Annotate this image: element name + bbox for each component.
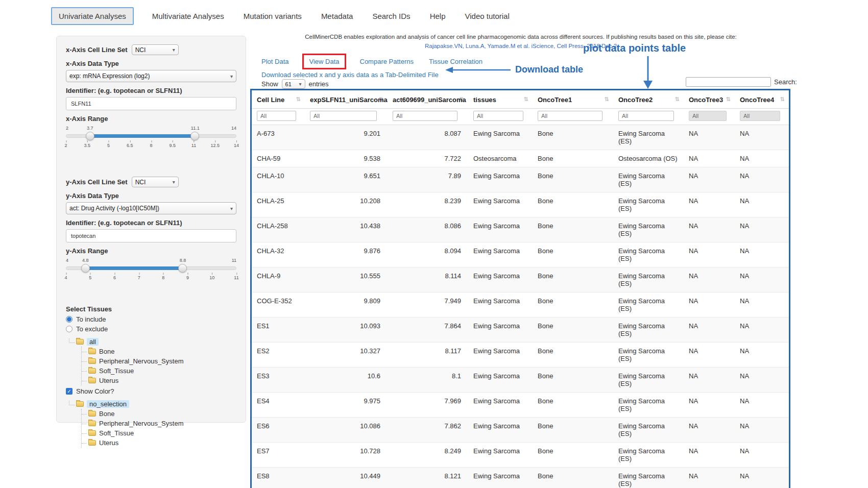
tab-video-tutorial[interactable]: Video tutorial [464, 9, 510, 23]
data-table: ⇅Cell Line⇅expSLFN11_uniSarcoma⇅act60969… [252, 90, 789, 488]
show-color-checkbox[interactable]: ✓ Show Color? [66, 387, 236, 395]
search-label: Search: [774, 78, 797, 86]
y-range-slider[interactable]: 44.88.8114567891011 [66, 258, 236, 286]
table-cell: Osteosarcoma (OS) [613, 150, 684, 167]
chevron-down-icon: ▾ [173, 47, 175, 53]
tree-item-uterus[interactable]: Uterus [88, 376, 236, 385]
slider-track[interactable] [66, 266, 236, 270]
slider-handle-low[interactable] [86, 132, 94, 140]
column-header-act609699-unisarcoma[interactable]: ⇅act609699_uniSarcoma [388, 90, 468, 109]
column-header-tissues[interactable]: ⇅tissues [468, 90, 533, 109]
column-header-oncotree1[interactable]: ⇅OncoTree1 [533, 90, 613, 109]
table-cell: ES2 [252, 343, 305, 368]
folder-icon [88, 440, 96, 446]
entries-select[interactable]: 61 ▾ [282, 79, 305, 89]
table-cell: Ewing Sarcoma [468, 468, 533, 488]
y-data-type-select[interactable]: act: Drug Activity (-log10[IC50M]) ▾ [66, 202, 236, 214]
chevron-down-icon: ▾ [299, 81, 302, 87]
column-header-expslfn11-unisarcoma[interactable]: ⇅expSLFN11_uniSarcoma [305, 90, 388, 109]
table-cell: NA [735, 125, 789, 150]
tab-univariate-analyses[interactable]: Univariate Analyses [51, 7, 134, 25]
y-identifier-label: Identifier: (e.g. topotecan or SLFN11) [66, 219, 236, 227]
tree-item-peripheral-nervous-system[interactable]: Peripheral_Nervous_System [88, 356, 236, 366]
x-identifier-input[interactable] [66, 97, 236, 110]
subtab-compare-patterns[interactable]: Compare Patterns [360, 58, 414, 65]
tab-search-ids[interactable]: Search IDs [371, 9, 411, 23]
table-cell: NA [684, 292, 735, 318]
table-cell: 7.862 [388, 418, 468, 443]
slider-tick-label: 2 [64, 143, 67, 148]
sidebar-controls: x-Axis Cell Line Set NCI ▾ x-Axis Data T… [56, 36, 246, 423]
tab-help[interactable]: Help [429, 9, 447, 23]
table-cell: Bone [533, 318, 613, 343]
table-cell: Ewing Sarcoma [468, 192, 533, 217]
filter-input-act609699-unisarcoma[interactable] [393, 111, 457, 121]
citation-link[interactable]: Rajapakse.VN, Luna.A, Yamade.M et al. iS… [255, 43, 786, 49]
table-cell: NA [735, 150, 789, 167]
filter-input-tissues[interactable] [473, 111, 523, 121]
table-cell: Bone [533, 217, 613, 242]
table-cell: Ewing Sarcoma (ES) [613, 192, 684, 217]
tab-mutation-variants[interactable]: Mutation variants [243, 9, 303, 23]
table-cell: ES4 [252, 393, 305, 418]
column-header-oncotree3[interactable]: ⇅OncoTree3 [684, 90, 735, 109]
table-cell: Ewing Sarcoma [468, 443, 533, 468]
tissues-exclude-radio[interactable]: To exclude [66, 325, 236, 333]
sort-icon: ⇅ [296, 96, 301, 103]
x-data-type-select[interactable]: exp: mRNA Expression (log2) ▾ [66, 70, 236, 82]
folder-icon [88, 430, 96, 436]
y-cell-line-set-select[interactable]: NCI ▾ [132, 177, 179, 187]
table-cell: NA [735, 368, 789, 393]
table-cell: Ewing Sarcoma (ES) [613, 318, 684, 343]
tree-item-label: Soft_Tissue [99, 367, 134, 375]
download-link[interactable]: Download selected x and y axis data as a… [261, 71, 439, 79]
column-label: OncoTree4 [740, 96, 774, 104]
tissues-include-radio[interactable]: To include [66, 315, 236, 323]
entries-value: 61 [285, 81, 292, 87]
tree-root-no-selection[interactable]: no_selection [68, 400, 236, 408]
column-header-cell-line[interactable]: ⇅Cell Line [252, 90, 305, 109]
column-header-oncotree2[interactable]: ⇅OncoTree2 [613, 90, 684, 109]
search-input[interactable] [686, 77, 771, 87]
slider-handle-high[interactable] [190, 132, 199, 140]
table-cell: 9.876 [305, 242, 388, 267]
filter-input-oncotree1[interactable] [538, 111, 602, 121]
table-cell: 9.201 [305, 125, 388, 150]
tree-root-all[interactable]: all [68, 338, 236, 346]
slider-fill [90, 134, 195, 138]
column-label: expSLFN11_uniSarcoma [310, 96, 388, 104]
tree-item-peripheral-nervous-system[interactable]: Peripheral_Nervous_System [88, 419, 236, 428]
table-cell: 9.809 [305, 292, 388, 318]
table-cell: CHLA-10 [252, 167, 305, 192]
select-tissues-label: Select Tissues [66, 305, 236, 313]
slider-min-label: 2 [66, 126, 68, 131]
slider-track[interactable] [66, 134, 236, 138]
y-identifier-input[interactable] [66, 229, 236, 242]
filter-input-oncotree2[interactable] [618, 111, 674, 121]
subtab-plot-data[interactable]: Plot Data [261, 58, 288, 65]
table-cell: NA [684, 267, 735, 292]
tree-item-soft-tissue[interactable]: Soft_Tissue [88, 428, 236, 438]
slider-handle-low[interactable] [81, 264, 90, 273]
table-cell: CHLA-25 [252, 192, 305, 217]
tree-item-bone[interactable]: Bone [88, 409, 236, 419]
x-cell-line-set-select[interactable]: NCI ▾ [132, 44, 179, 55]
x-range-slider[interactable]: 23.711.11423.556.589.51112.514 [66, 126, 236, 154]
tree-item-soft-tissue[interactable]: Soft_Tissue [88, 366, 236, 376]
tab-metadata[interactable]: Metadata [320, 9, 354, 23]
table-row: A-6739.2018.087Ewing SarcomaBoneEwing Sa… [252, 125, 789, 150]
filter-input-cell-line[interactable] [257, 111, 296, 121]
filter-input-expslfn11-unisarcoma[interactable] [310, 111, 377, 121]
subtab-view-data[interactable]: View Data [309, 58, 339, 65]
annotation-table-border: ⇅Cell Line⇅expSLFN11_uniSarcoma⇅act60969… [250, 89, 790, 488]
tab-multivariate-analyses[interactable]: Multivariate Analyses [151, 9, 225, 23]
slider-handle-high[interactable] [178, 264, 187, 273]
tree-item-uterus[interactable]: Uterus [88, 438, 236, 448]
x-data-type-label: x-Axis Data Type [66, 60, 236, 67]
table-cell: CHLA-258 [252, 217, 305, 242]
table-cell: Ewing Sarcoma (ES) [613, 468, 684, 488]
column-header-oncotree4[interactable]: ⇅OncoTree4 [735, 90, 789, 109]
table-cell: NA [684, 125, 735, 150]
y-cell-line-set-value: NCI [135, 179, 146, 186]
tree-item-bone[interactable]: Bone [88, 347, 236, 356]
